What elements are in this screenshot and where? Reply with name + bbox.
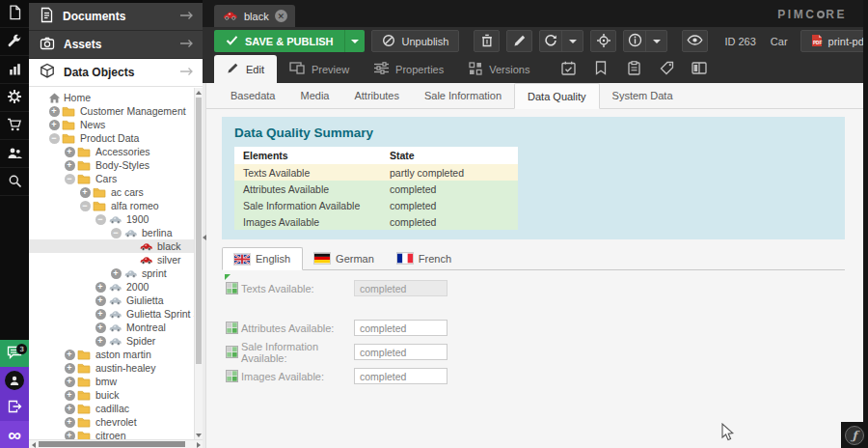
save-publish-button[interactable]: SAVE & PUBLISH xyxy=(214,30,365,52)
scroll-thumb[interactable] xyxy=(196,98,202,364)
tab-media[interactable]: Media xyxy=(287,83,341,108)
panel-header-assets[interactable]: Assets xyxy=(29,31,203,59)
rail-search-button[interactable] xyxy=(0,168,29,196)
scroll-right-arrow[interactable] xyxy=(194,440,203,448)
tab-attributes[interactable]: Attributes xyxy=(341,83,411,108)
tree-item-1900[interactable]: −1900 xyxy=(29,212,194,226)
save-dropdown-button[interactable] xyxy=(344,30,365,52)
tree-expand-toggle[interactable]: + xyxy=(95,282,106,293)
tree-item-home[interactable]: Home xyxy=(29,91,194,104)
tab-properties[interactable]: Properties xyxy=(362,55,456,83)
tree-item-aston-martin[interactable]: +aston martin xyxy=(29,348,194,361)
tree-item-silver[interactable]: silver xyxy=(29,253,194,266)
tree-item-buick[interactable]: +buick xyxy=(29,388,194,402)
tree-expand-toggle[interactable]: + xyxy=(65,431,75,440)
panel-header-data-objects[interactable]: Data Objects xyxy=(29,59,203,87)
tab-data-quality[interactable]: Data Quality xyxy=(514,83,600,109)
object-tab-black[interactable]: black ✕ xyxy=(214,5,295,27)
tree-item-gulietta-sprint-specia[interactable]: +Gulietta Sprint Specia xyxy=(29,307,194,321)
tree-vertical-scrollbar[interactable] xyxy=(194,88,203,439)
tree-expand-toggle[interactable]: + xyxy=(65,390,75,401)
tree-item-ac-cars[interactable]: +ac cars xyxy=(29,185,194,199)
unpublish-button[interactable]: Unpublish xyxy=(371,30,459,52)
tree-expand-toggle[interactable]: + xyxy=(95,309,106,320)
rail-customers-button[interactable] xyxy=(0,140,29,168)
scroll-up-arrow[interactable] xyxy=(195,88,203,97)
rail-settings-button[interactable] xyxy=(0,84,29,112)
tree-expand-toggle[interactable]: + xyxy=(95,295,106,306)
bookmark-button[interactable] xyxy=(584,55,617,83)
tree-expand-toggle[interactable]: + xyxy=(65,147,75,157)
notes-button[interactable] xyxy=(617,55,650,83)
script-badge[interactable]: ƒ xyxy=(845,426,864,445)
tree-item-body-styles[interactable]: +Body-Styles xyxy=(29,158,194,172)
reload-dropdown-button[interactable] xyxy=(561,31,583,51)
field-input-images-available[interactable] xyxy=(354,368,448,384)
tree-item-montreal[interactable]: +Montreal xyxy=(29,321,194,334)
tree-collapse-toggle[interactable]: − xyxy=(80,201,91,211)
tree-item-spider[interactable]: +Spider xyxy=(29,334,194,348)
tree-expand-toggle[interactable]: + xyxy=(95,336,106,347)
language-tab-english[interactable]: English xyxy=(222,247,303,270)
tree-expand-toggle[interactable]: + xyxy=(65,417,75,428)
scroll-left-arrow[interactable] xyxy=(29,440,38,448)
tree-expand-toggle[interactable]: + xyxy=(65,377,75,387)
tree-expand-toggle[interactable]: + xyxy=(65,404,75,414)
tree-item-black[interactable]: black xyxy=(29,239,194,253)
tab-preview[interactable]: Preview xyxy=(277,55,362,83)
tree-collapse-toggle[interactable]: − xyxy=(65,174,75,184)
info-button[interactable] xyxy=(624,31,645,51)
tree-item-austin-healey[interactable]: +austin-healey xyxy=(29,361,194,375)
tree-collapse-toggle[interactable]: − xyxy=(111,228,122,238)
tree-item-news[interactable]: +News xyxy=(29,118,194,131)
language-tab-french[interactable]: French xyxy=(386,247,463,269)
tree-expand-toggle[interactable]: + xyxy=(65,160,75,171)
close-icon[interactable]: ✕ xyxy=(275,10,287,22)
tree-item-cadillac[interactable]: +cadillac xyxy=(29,402,194,415)
tree-expand-toggle[interactable]: + xyxy=(65,350,75,360)
tree-item-giulietta[interactable]: +Giulietta xyxy=(29,294,194,307)
tree-item-berlina[interactable]: −berlina xyxy=(29,226,194,239)
tree-item-bmw[interactable]: +bmw xyxy=(29,375,194,388)
locate-in-tree-button[interactable] xyxy=(590,30,616,52)
rail-pimcore-logo-button[interactable]: ∞ xyxy=(0,421,29,448)
scroll-down-arrow[interactable] xyxy=(195,431,203,439)
preview-eye-button[interactable] xyxy=(682,30,708,52)
tree-item-alfa-romeo[interactable]: −alfa romeo xyxy=(29,199,194,212)
info-dropdown-button[interactable] xyxy=(645,31,667,51)
tab-system-data[interactable]: System Data xyxy=(600,83,686,108)
field-input-sale-information-available[interactable] xyxy=(354,344,448,360)
tree-item-chevrolet[interactable]: +chevrolet xyxy=(29,415,194,429)
delete-button[interactable] xyxy=(474,30,500,52)
translate-button[interactable] xyxy=(683,55,716,83)
panel-splitter[interactable] xyxy=(203,83,206,448)
tree-item-cars[interactable]: −Cars xyxy=(29,172,194,185)
panel-header-documents[interactable]: Documents xyxy=(29,3,203,31)
language-tab-german[interactable]: German xyxy=(303,247,386,269)
tree-item-accessories[interactable]: +Accessories xyxy=(29,145,194,158)
rail-user-button[interactable] xyxy=(0,367,29,394)
tab-versions[interactable]: Versions xyxy=(456,55,542,83)
tree-horizontal-scrollbar[interactable] xyxy=(29,439,203,448)
tab-sale-information[interactable]: Sale Information xyxy=(412,83,514,108)
print-pdf-button[interactable]: PDF print-pdf xyxy=(800,30,868,52)
tab-basedata[interactable]: Basedata xyxy=(218,83,287,108)
tree-expand-toggle[interactable]: + xyxy=(65,363,75,374)
rail-logout-button[interactable] xyxy=(0,394,29,421)
tags-button[interactable] xyxy=(650,55,683,83)
tree-collapse-toggle[interactable]: − xyxy=(95,214,106,225)
field-input-attributes-available[interactable] xyxy=(354,320,448,336)
rail-file-button[interactable] xyxy=(0,0,29,28)
tree-item-2000[interactable]: +2000 xyxy=(29,280,194,294)
tab-edit[interactable]: Edit xyxy=(214,55,277,83)
tree-item-customer-management[interactable]: +Customer Management xyxy=(29,104,194,118)
rail-notifications-button[interactable]: 3 xyxy=(0,340,29,367)
tree-expand-toggle[interactable]: + xyxy=(95,322,106,333)
tree-expand-toggle[interactable]: + xyxy=(49,106,60,117)
tree-item-product-data[interactable]: −Product Data xyxy=(29,131,194,145)
tree-collapse-toggle[interactable]: − xyxy=(49,133,60,144)
collapse-arrow-icon[interactable] xyxy=(203,235,206,240)
rename-button[interactable] xyxy=(506,30,532,52)
tree-expand-toggle[interactable]: + xyxy=(80,187,91,198)
reload-button[interactable] xyxy=(540,31,561,51)
